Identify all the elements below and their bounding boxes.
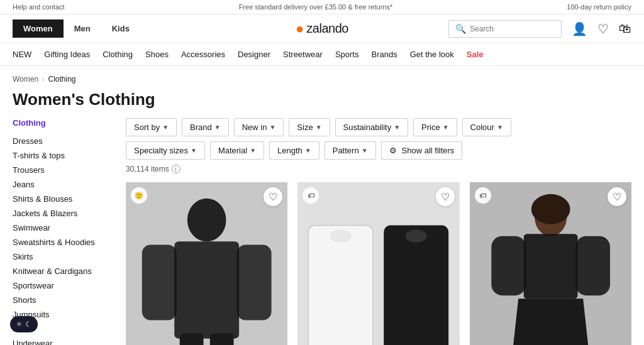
filter-specialty-sizes[interactable]: Specialty sizes ▼ (126, 141, 205, 160)
nav-tab-women[interactable]: Women (13, 19, 64, 38)
sidebar-item-shorts[interactable]: Shorts (13, 293, 113, 307)
catnav-brands[interactable]: Brands (371, 50, 397, 59)
filter-price[interactable]: Price ▼ (413, 118, 457, 136)
bag-icon[interactable]: 🛍 (619, 21, 631, 36)
catnav-accessories[interactable]: Accessories (181, 50, 225, 59)
filter-show-all[interactable]: ⚙ Show all filters (381, 141, 463, 160)
filter-brand[interactable]: Brand ▼ (182, 118, 229, 136)
svg-point-10 (330, 229, 352, 243)
svg-point-14 (531, 194, 570, 224)
wishlist-button-2[interactable]: ♡ (436, 187, 455, 206)
sidebar-item-skirts[interactable]: Skirts (13, 249, 113, 264)
main-nav: Women Men Kids ● zalando 🔍 👤 ♡ 🛍 (0, 14, 644, 43)
svg-point-11 (406, 229, 427, 243)
nav-icons: 🔍 👤 ♡ 🛍 (448, 20, 631, 38)
category-nav: NEW Gifting Ideas Clothing Shoes Accesso… (0, 43, 644, 66)
svg-rect-4 (237, 244, 272, 320)
nav-tab-men[interactable]: Men (64, 19, 101, 38)
catnav-clothing[interactable]: Clothing (103, 50, 133, 59)
person-icon[interactable]: 👤 (572, 21, 587, 36)
svg-rect-3 (142, 244, 177, 320)
svg-rect-17 (575, 236, 610, 295)
svg-rect-9 (384, 226, 449, 345)
sidebar-item-trousers[interactable]: Trousers (13, 163, 113, 177)
product-badge-3: 🏷 (475, 187, 491, 204)
info-icon[interactable]: i (172, 165, 180, 173)
breadcrumb-area: Women › Clothing (0, 66, 644, 87)
nav-tabs: Women Men Kids (13, 19, 140, 38)
chevron-down-icon: ▼ (191, 147, 197, 154)
sidebar-item-jeans[interactable]: Jeans (13, 177, 113, 192)
breadcrumb-clothing: Clothing (48, 75, 75, 84)
sidebar-item-jackets[interactable]: Jackets & Blazers (13, 206, 113, 221)
filter-colour[interactable]: Colour ▼ (462, 118, 511, 136)
sidebar: Clothing Dresses T-shirts & tops Trouser… (0, 118, 126, 345)
svg-rect-5 (180, 333, 204, 345)
sidebar-item-dresses[interactable]: Dresses (13, 134, 113, 148)
chevron-down-icon: ▼ (443, 124, 449, 131)
sidebar-item-swimwear[interactable]: Swimwear (13, 221, 113, 235)
catnav-designer[interactable]: Designer (238, 50, 270, 59)
sidebar-item-tshirts[interactable]: T-shirts & tops (13, 148, 113, 163)
page-title: Women's Clothing (0, 87, 644, 118)
catnav-sale[interactable]: Sale (467, 50, 484, 59)
breadcrumb-women[interactable]: Women (13, 75, 38, 84)
catnav-getlook[interactable]: Get the look (410, 50, 454, 59)
filter-pattern[interactable]: Pattern ▼ (325, 141, 376, 160)
chevron-down-icon: ▼ (162, 124, 169, 131)
svg-point-1 (187, 199, 226, 242)
items-count-value: 30,114 items (126, 165, 169, 173)
filter-length[interactable]: Length ▼ (269, 141, 319, 160)
logo[interactable]: ● zalando (296, 21, 348, 37)
sidebar-item-shirts[interactable]: Shirts & Blouses (13, 192, 113, 206)
chevron-down-icon: ▼ (250, 147, 256, 154)
filter-sustainability[interactable]: Sustainability ▼ (335, 118, 409, 136)
catnav-shoes[interactable]: Shoes (145, 50, 169, 59)
product-image-1: 🙂 ♡ (126, 182, 287, 345)
breadcrumb: Women › Clothing (13, 75, 631, 84)
search-box[interactable]: 🔍 (448, 20, 562, 38)
product-card-3[interactable]: 🏷 ♡ Even&Odd BODYSUIT - Long sleeved top… (470, 182, 631, 345)
content-area: Clothing Dresses T-shirts & tops Trouser… (0, 118, 644, 345)
chevron-down-icon: ▼ (497, 124, 503, 131)
product-badge-1: 🙂 (131, 187, 147, 204)
product-card-1[interactable]: 🙂 ♡ Even&Odd Long sleeved top - black £1… (126, 182, 287, 345)
chevron-down-icon: ▼ (214, 124, 221, 131)
filter-icon: ⚙ (389, 146, 397, 155)
moon-icon: ☾ (25, 320, 32, 329)
product-grid: 🙂 ♡ Even&Odd Long sleeved top - black £1… (126, 182, 631, 345)
filter-new-in[interactable]: New in ▼ (234, 118, 284, 136)
nav-tab-kids[interactable]: Kids (101, 19, 140, 38)
breadcrumb-separator: › (42, 76, 44, 83)
filter-row-1: Sort by ▼ Brand ▼ New in ▼ Size ▼ Sustai… (126, 118, 631, 136)
sidebar-category-clothing[interactable]: Clothing (13, 118, 113, 128)
svg-rect-8 (308, 226, 373, 345)
chevron-down-icon: ▼ (362, 147, 368, 154)
dark-mode-toggle[interactable]: ☀ ☾ (10, 316, 38, 332)
top-bar: Help and contact Free standard delivery … (0, 0, 644, 14)
catnav-streetwear[interactable]: Streetwear (283, 50, 323, 59)
product-image-2: 🏷 ♡ (297, 182, 459, 345)
sidebar-item-sportswear[interactable]: Sportswear (13, 278, 113, 293)
svg-rect-6 (210, 333, 234, 345)
search-icon: 🔍 (455, 24, 466, 34)
sidebar-item-knitwear[interactable]: Knitwear & Cardigans (13, 264, 113, 278)
topbar-right: 100-day return policy (567, 3, 631, 11)
catnav-new[interactable]: NEW (13, 50, 31, 59)
topbar-left[interactable]: Help and contact (13, 3, 65, 11)
filter-sort-by[interactable]: Sort by ▼ (126, 118, 177, 136)
sun-icon: ☀ (16, 320, 23, 329)
sidebar-item-underwear[interactable]: Underwear (13, 336, 113, 345)
filter-material[interactable]: Material ▼ (210, 141, 264, 160)
wishlist-icon[interactable]: ♡ (597, 21, 609, 36)
sidebar-item-sweatshirts[interactable]: Sweatshirts & Hoodies (13, 235, 113, 249)
filter-row-2: Specialty sizes ▼ Material ▼ Length ▼ Pa… (126, 141, 631, 160)
topbar-center: Free standard delivery over £35.00 & fre… (239, 3, 393, 11)
wishlist-button-3[interactable]: ♡ (608, 187, 626, 206)
filter-size[interactable]: Size ▼ (289, 118, 330, 136)
catnav-gifting[interactable]: Gifting Ideas (44, 50, 90, 59)
search-input[interactable] (470, 25, 555, 33)
product-card-2[interactable]: 🏷 ♡ Anna Field 2 PACK - Long sleeved top… (297, 182, 459, 345)
svg-rect-16 (491, 236, 526, 295)
catnav-sports[interactable]: Sports (335, 50, 359, 59)
